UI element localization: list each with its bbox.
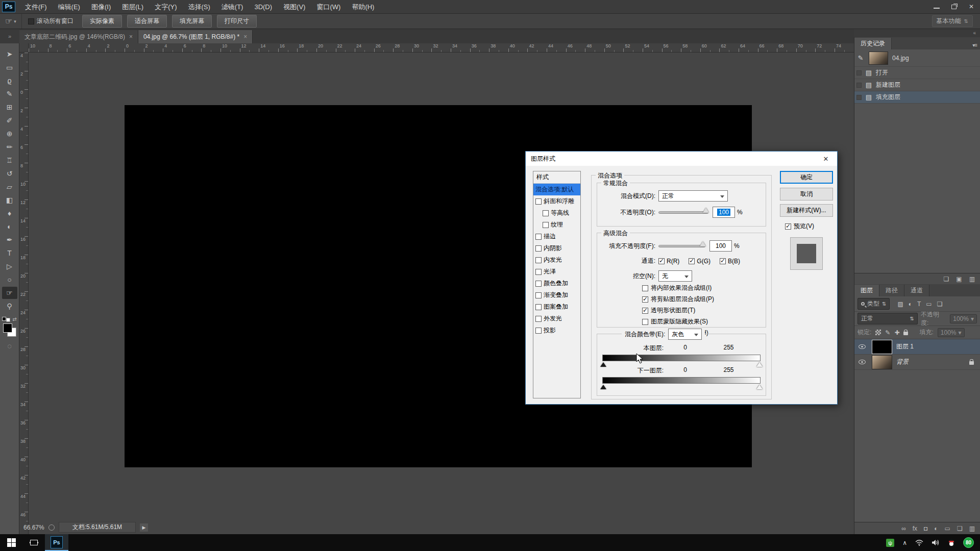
close-button[interactable]: ✕ <box>963 0 980 13</box>
filter-type-layers-icon[interactable]: T <box>917 300 921 308</box>
lasso-tool[interactable]: ϱ <box>2 74 17 87</box>
menu-item[interactable]: 图像(I) <box>86 0 116 14</box>
usb-device-icon[interactable]: ψ <box>886 539 894 547</box>
hand-tool[interactable]: ☞ <box>2 287 17 299</box>
crop-tool[interactable]: ⊞ <box>2 101 17 113</box>
style-checkbox[interactable] <box>535 245 542 252</box>
gradient-tool[interactable]: ◧ <box>2 194 17 206</box>
filter-adjustment-layers-icon[interactable]: ◐ <box>909 300 912 308</box>
layers-panel-tab[interactable]: 通道 <box>904 285 929 296</box>
adjustment-layer-icon[interactable]: ◐ <box>934 525 938 532</box>
restore-button[interactable] <box>945 0 963 13</box>
ok-button[interactable]: 确定 <box>780 171 833 184</box>
style-checkbox[interactable] <box>543 222 549 228</box>
current-tool-dropdown[interactable]: ☞ ▾ <box>0 14 22 29</box>
fill-opacity-slider[interactable] <box>658 245 705 247</box>
filter-type-dropdown[interactable]: 类型 ⇅ <box>857 298 890 310</box>
black-point-slider[interactable] <box>600 385 606 389</box>
menu-item[interactable]: 编辑(E) <box>53 0 86 14</box>
style-item[interactable]: 图案叠加 <box>533 301 580 313</box>
advanced-option[interactable]: 将内部效果混合成组(I) <box>642 283 766 293</box>
style-checkbox[interactable] <box>535 198 542 205</box>
style-item[interactable]: 描边 <box>533 231 580 242</box>
preview-option[interactable]: 预览(V) <box>785 222 814 231</box>
eraser-tool[interactable]: ▱ <box>2 181 17 193</box>
new-layer-icon[interactable]: ❏ <box>957 525 963 532</box>
swap-colors-icon[interactable]: ⇄ <box>12 316 16 322</box>
fill-opacity-input[interactable]: 100 <box>709 240 732 252</box>
slider-thumb[interactable] <box>703 208 709 213</box>
style-item[interactable]: 混合选项:默认 <box>533 184 580 195</box>
menu-item[interactable]: 帮助(H) <box>346 0 380 14</box>
history-step-row[interactable]: ▤ 打开 <box>854 67 980 79</box>
style-item[interactable]: 斜面和浮雕 <box>533 195 580 207</box>
cancel-button[interactable]: 取消 <box>780 188 833 201</box>
gradient-ramp[interactable] <box>602 355 761 361</box>
channel-checkbox[interactable] <box>658 258 665 264</box>
snapshot-thumbnail[interactable] <box>869 52 888 65</box>
filter-pixel-layers-icon[interactable]: ▨ <box>897 300 903 308</box>
style-checkbox[interactable] <box>535 292 542 298</box>
style-item[interactable]: 投影 <box>533 324 580 336</box>
style-item[interactable]: 等高线 <box>533 207 580 219</box>
history-brush-tool[interactable]: ↺ <box>2 167 17 180</box>
start-button[interactable] <box>0 534 22 551</box>
collapse-panels-icon[interactable]: « <box>854 29 980 37</box>
qq-icon[interactable] <box>948 539 955 547</box>
style-checkbox[interactable] <box>543 210 549 216</box>
menu-item[interactable]: 选择(S) <box>182 0 215 14</box>
tray-expand-icon[interactable]: ∧ <box>902 539 907 546</box>
security-score-badge[interactable]: 80 <box>963 537 974 548</box>
channel-checkbox[interactable] <box>720 258 726 264</box>
clone-stamp-tool[interactable]: ♖ <box>2 154 17 166</box>
style-item[interactable]: 纹理 <box>533 219 580 231</box>
history-step-row[interactable]: ▤ 新建图层 <box>854 79 980 91</box>
style-item[interactable]: 颜色叠加 <box>533 278 580 289</box>
options-bar-button[interactable]: 适合屏幕 <box>127 15 167 28</box>
foreground-color-swatch[interactable] <box>3 323 12 333</box>
scroll-all-windows-checkbox[interactable] <box>28 18 34 24</box>
new-document-from-state-icon[interactable]: ❏ <box>944 276 949 283</box>
style-checkbox[interactable] <box>535 304 542 310</box>
layer-group-icon[interactable]: ▭ <box>945 525 950 532</box>
panel-menu-icon[interactable]: ▾≡ <box>972 42 980 49</box>
opacity-slider[interactable] <box>658 211 708 214</box>
knockout-select[interactable]: 无 <box>658 270 692 282</box>
advanced-option[interactable]: 图层蒙版隐藏效果(S) <box>642 317 766 327</box>
options-bar-button[interactable]: 实际像素 <box>82 15 122 28</box>
preview-checkbox[interactable] <box>785 223 791 230</box>
blend-mode-dropdown[interactable]: 正常 ⇅ <box>857 313 918 324</box>
minimize-button[interactable] <box>928 0 945 13</box>
lock-pixels-icon[interactable]: ✎ <box>885 329 890 336</box>
history-brush-icon[interactable]: ✎ <box>856 54 865 62</box>
style-item[interactable]: 外发光 <box>533 313 580 324</box>
menu-item[interactable]: 窗口(W) <box>311 0 346 14</box>
advanced-option-checkbox[interactable] <box>642 308 648 314</box>
delete-layer-icon[interactable]: ▥ <box>969 525 975 532</box>
eyedropper-tool[interactable]: ✐ <box>2 114 17 127</box>
blur-tool[interactable]: ♦ <box>2 207 17 219</box>
status-menu-arrow-icon[interactable]: ▶ <box>140 523 148 532</box>
layer-thumbnail[interactable] <box>872 355 892 369</box>
path-selection-tool[interactable]: ▷ <box>2 260 17 272</box>
style-checkbox[interactable] <box>535 269 542 275</box>
style-checkbox[interactable] <box>535 316 542 322</box>
visibility-eye-icon[interactable] <box>859 344 866 349</box>
layer-row[interactable]: 图层 1 <box>854 339 980 355</box>
gradient-ramp[interactable] <box>602 377 761 384</box>
style-checkbox[interactable] <box>535 257 542 263</box>
channel-option[interactable]: B(B) <box>720 258 740 265</box>
style-item[interactable]: 渐变叠加 <box>533 289 580 301</box>
options-bar-button[interactable]: 打印尺寸 <box>217 15 257 28</box>
style-checkbox[interactable] <box>535 234 542 240</box>
history-source-checkbox[interactable] <box>856 83 862 88</box>
channel-option[interactable]: G(G) <box>689 258 710 265</box>
style-checkbox[interactable] <box>535 281 542 287</box>
advanced-option-checkbox[interactable] <box>642 285 648 291</box>
menu-item[interactable]: 视图(V) <box>278 0 311 14</box>
wifi-icon[interactable] <box>915 539 923 546</box>
menu-item[interactable]: 图层(L) <box>116 0 149 14</box>
style-item[interactable]: 光泽 <box>533 266 580 278</box>
advanced-option-checkbox[interactable] <box>642 296 648 303</box>
dialog-close-icon[interactable]: ✕ <box>815 152 837 166</box>
